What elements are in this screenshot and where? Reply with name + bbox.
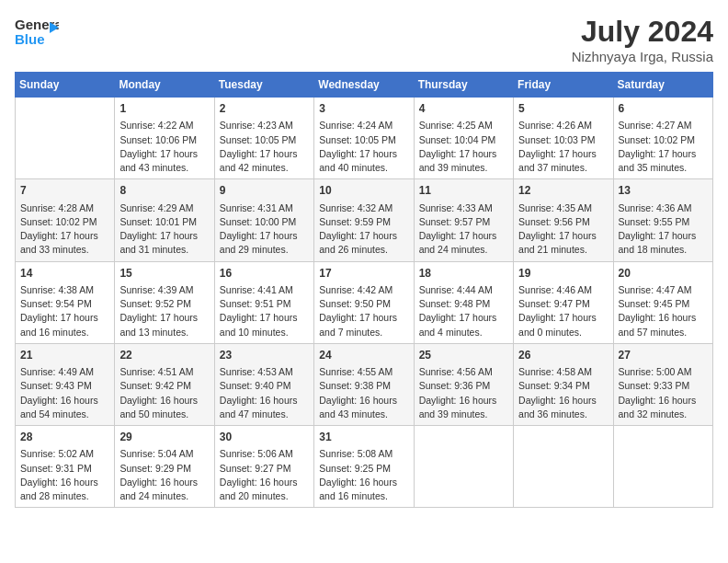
day-details: Sunrise: 5:06 AM Sunset: 9:27 PM Dayligh…: [220, 447, 309, 503]
day-number: 11: [419, 183, 508, 199]
calendar-cell: [414, 426, 513, 508]
day-number: 24: [319, 348, 408, 363]
day-number: 10: [319, 183, 408, 199]
day-details: Sunrise: 4:27 AM Sunset: 10:02 PM Daylig…: [619, 119, 708, 175]
calendar-cell: 17Sunrise: 4:42 AM Sunset: 9:50 PM Dayli…: [314, 261, 414, 343]
day-number: 9: [220, 183, 309, 199]
svg-text:Blue: Blue: [15, 31, 45, 47]
day-number: 5: [518, 101, 608, 117]
col-header-sunday: Sunday: [16, 73, 115, 98]
calendar-cell: 11Sunrise: 4:33 AM Sunset: 9:57 PM Dayli…: [414, 179, 513, 261]
day-details: Sunrise: 4:44 AM Sunset: 9:48 PM Dayligh…: [419, 283, 508, 339]
calendar-cell: 24Sunrise: 4:55 AM Sunset: 9:38 PM Dayli…: [314, 343, 414, 425]
day-details: Sunrise: 4:28 AM Sunset: 10:02 PM Daylig…: [20, 201, 109, 258]
day-number: 17: [319, 266, 408, 282]
calendar-cell: 20Sunrise: 4:47 AM Sunset: 9:45 PM Dayli…: [613, 261, 712, 343]
calendar-week-row: 14Sunrise: 4:38 AM Sunset: 9:54 PM Dayli…: [16, 261, 713, 343]
calendar-cell: 9Sunrise: 4:31 AM Sunset: 10:00 PM Dayli…: [214, 179, 313, 261]
calendar-cell: [613, 426, 712, 508]
calendar-cell: 7Sunrise: 4:28 AM Sunset: 10:02 PM Dayli…: [16, 179, 115, 261]
day-number: 13: [619, 183, 708, 199]
day-details: Sunrise: 4:36 AM Sunset: 9:55 PM Dayligh…: [619, 201, 708, 258]
day-number: 18: [419, 266, 508, 282]
calendar-cell: 25Sunrise: 4:56 AM Sunset: 9:36 PM Dayli…: [414, 343, 513, 425]
calendar-cell: 23Sunrise: 4:53 AM Sunset: 9:40 PM Dayli…: [214, 343, 313, 425]
calendar-week-row: 21Sunrise: 4:49 AM Sunset: 9:43 PM Dayli…: [16, 343, 713, 425]
calendar-cell: [514, 426, 613, 508]
calendar-table: SundayMondayTuesdayWednesdayThursdayFrid…: [15, 72, 713, 508]
day-details: Sunrise: 4:25 AM Sunset: 10:04 PM Daylig…: [419, 119, 508, 175]
col-header-thursday: Thursday: [414, 73, 513, 98]
day-details: Sunrise: 4:51 AM Sunset: 9:42 PM Dayligh…: [119, 365, 209, 421]
day-number: 19: [518, 266, 608, 282]
day-number: 14: [20, 266, 109, 282]
day-details: Sunrise: 5:02 AM Sunset: 9:31 PM Dayligh…: [20, 447, 109, 503]
day-details: Sunrise: 4:38 AM Sunset: 9:54 PM Dayligh…: [20, 283, 109, 339]
col-header-monday: Monday: [115, 73, 214, 98]
calendar-cell: 10Sunrise: 4:32 AM Sunset: 9:59 PM Dayli…: [314, 179, 414, 261]
day-details: Sunrise: 4:24 AM Sunset: 10:05 PM Daylig…: [319, 119, 408, 175]
calendar-cell: 15Sunrise: 4:39 AM Sunset: 9:52 PM Dayli…: [115, 261, 214, 343]
calendar-cell: 31Sunrise: 5:08 AM Sunset: 9:25 PM Dayli…: [314, 426, 414, 508]
calendar-cell: 16Sunrise: 4:41 AM Sunset: 9:51 PM Dayli…: [214, 261, 313, 343]
day-number: 26: [518, 348, 608, 363]
day-details: Sunrise: 4:47 AM Sunset: 9:45 PM Dayligh…: [619, 283, 708, 339]
col-header-saturday: Saturday: [613, 73, 712, 98]
calendar-cell: [16, 98, 115, 179]
month-title: July 2024: [572, 15, 713, 49]
day-details: Sunrise: 4:39 AM Sunset: 9:52 PM Dayligh…: [119, 283, 209, 339]
calendar-cell: 12Sunrise: 4:35 AM Sunset: 9:56 PM Dayli…: [514, 179, 613, 261]
calendar-cell: 2Sunrise: 4:23 AM Sunset: 10:05 PM Dayli…: [214, 98, 313, 179]
calendar-cell: 29Sunrise: 5:04 AM Sunset: 9:29 PM Dayli…: [115, 426, 214, 508]
day-details: Sunrise: 4:42 AM Sunset: 9:50 PM Dayligh…: [319, 283, 408, 339]
calendar-cell: 26Sunrise: 4:58 AM Sunset: 9:34 PM Dayli…: [514, 343, 613, 425]
day-number: 15: [119, 266, 209, 282]
calendar-cell: 19Sunrise: 4:46 AM Sunset: 9:47 PM Dayli…: [514, 261, 613, 343]
day-number: 2: [220, 101, 309, 117]
col-header-wednesday: Wednesday: [314, 73, 414, 98]
day-number: 31: [319, 430, 408, 445]
day-details: Sunrise: 5:04 AM Sunset: 9:29 PM Dayligh…: [119, 447, 209, 503]
day-details: Sunrise: 4:58 AM Sunset: 9:34 PM Dayligh…: [518, 365, 608, 421]
col-header-tuesday: Tuesday: [214, 73, 313, 98]
calendar-cell: 30Sunrise: 5:06 AM Sunset: 9:27 PM Dayli…: [214, 426, 313, 508]
day-details: Sunrise: 5:08 AM Sunset: 9:25 PM Dayligh…: [319, 447, 408, 503]
calendar-header-row: SundayMondayTuesdayWednesdayThursdayFrid…: [16, 73, 713, 98]
day-details: Sunrise: 4:23 AM Sunset: 10:05 PM Daylig…: [220, 119, 309, 175]
col-header-friday: Friday: [514, 73, 613, 98]
day-details: Sunrise: 4:56 AM Sunset: 9:36 PM Dayligh…: [419, 365, 508, 421]
calendar-cell: 13Sunrise: 4:36 AM Sunset: 9:55 PM Dayli…: [613, 179, 712, 261]
day-details: Sunrise: 4:35 AM Sunset: 9:56 PM Dayligh…: [518, 201, 608, 258]
day-details: Sunrise: 4:41 AM Sunset: 9:51 PM Dayligh…: [220, 283, 309, 339]
calendar-cell: 4Sunrise: 4:25 AM Sunset: 10:04 PM Dayli…: [414, 98, 513, 179]
day-number: 7: [20, 183, 109, 199]
day-details: Sunrise: 4:22 AM Sunset: 10:06 PM Daylig…: [119, 119, 209, 175]
logo: GeneralBlue: [15, 15, 59, 50]
page-header: GeneralBlue July 2024 Nizhnyaya Irga, Ru…: [15, 15, 713, 64]
day-details: Sunrise: 4:55 AM Sunset: 9:38 PM Dayligh…: [319, 365, 408, 421]
calendar-cell: 3Sunrise: 4:24 AM Sunset: 10:05 PM Dayli…: [314, 98, 414, 179]
day-details: Sunrise: 4:32 AM Sunset: 9:59 PM Dayligh…: [319, 201, 408, 258]
day-number: 29: [119, 430, 209, 445]
day-number: 27: [619, 348, 708, 363]
day-number: 1: [119, 101, 209, 117]
day-details: Sunrise: 4:33 AM Sunset: 9:57 PM Dayligh…: [419, 201, 508, 258]
title-area: July 2024 Nizhnyaya Irga, Russia: [572, 15, 713, 64]
calendar-cell: 6Sunrise: 4:27 AM Sunset: 10:02 PM Dayli…: [613, 98, 712, 179]
day-number: 6: [619, 101, 708, 117]
day-number: 22: [119, 348, 209, 363]
day-number: 3: [319, 101, 408, 117]
day-number: 25: [419, 348, 508, 363]
logo-svg: GeneralBlue: [15, 15, 59, 50]
calendar-week-row: 1Sunrise: 4:22 AM Sunset: 10:06 PM Dayli…: [16, 98, 713, 179]
day-details: Sunrise: 4:46 AM Sunset: 9:47 PM Dayligh…: [518, 283, 608, 339]
day-number: 20: [619, 266, 708, 282]
calendar-cell: 14Sunrise: 4:38 AM Sunset: 9:54 PM Dayli…: [16, 261, 115, 343]
day-number: 21: [20, 348, 109, 363]
day-details: Sunrise: 4:49 AM Sunset: 9:43 PM Dayligh…: [20, 365, 109, 421]
day-number: 23: [220, 348, 309, 363]
calendar-cell: 18Sunrise: 4:44 AM Sunset: 9:48 PM Dayli…: [414, 261, 513, 343]
calendar-cell: 5Sunrise: 4:26 AM Sunset: 10:03 PM Dayli…: [514, 98, 613, 179]
day-number: 30: [220, 430, 309, 445]
calendar-cell: 8Sunrise: 4:29 AM Sunset: 10:01 PM Dayli…: [115, 179, 214, 261]
